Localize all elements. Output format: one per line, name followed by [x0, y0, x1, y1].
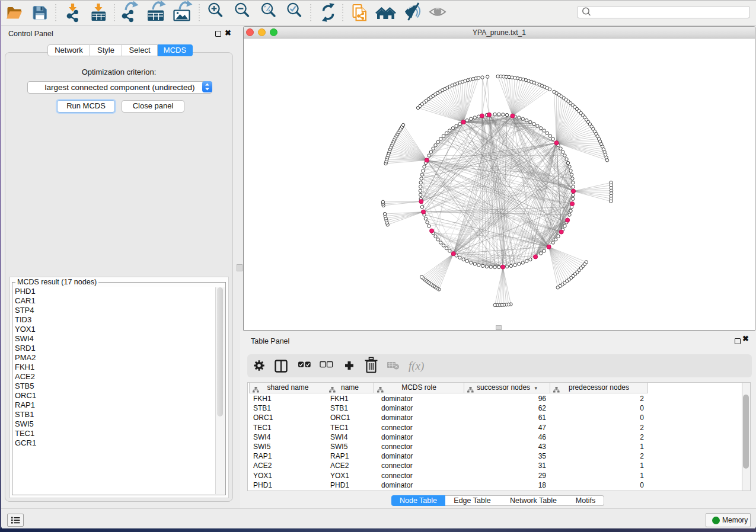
svg-text:f(x): f(x) — [409, 360, 424, 373]
